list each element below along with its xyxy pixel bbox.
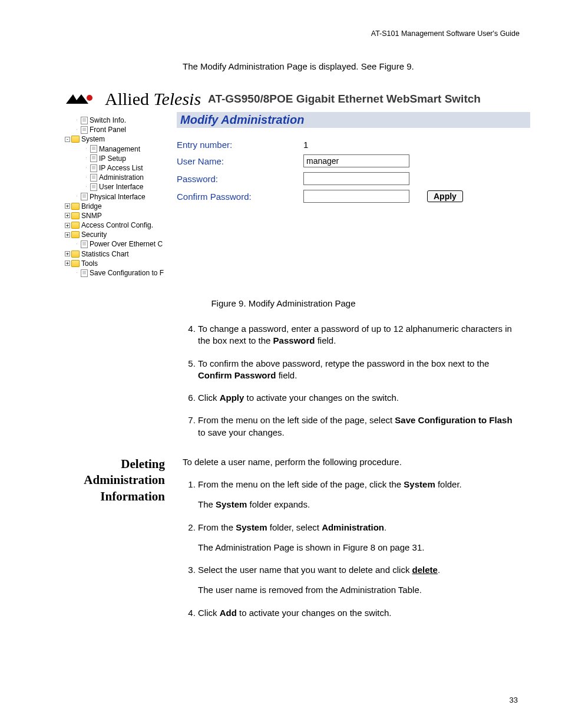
expand-icon[interactable]: + (65, 213, 70, 218)
apply-button[interactable]: Apply (427, 190, 463, 202)
tree-switch-info[interactable]: ·Switch Info. (65, 116, 171, 125)
tree-physical[interactable]: ·Physical Interface (65, 192, 171, 202)
folder-icon (71, 212, 80, 219)
username-input[interactable] (303, 154, 409, 167)
page-icon (81, 269, 88, 277)
del-step-4: Click Add to activate your changes on th… (198, 607, 520, 619)
allied-telesis-logo-icon (65, 93, 100, 105)
expand-icon[interactable]: + (65, 203, 70, 209)
svg-marker-0 (66, 94, 88, 104)
step-4: To change a password, enter a password o… (198, 323, 520, 347)
tree-administration[interactable]: ·Administration (65, 173, 171, 182)
tree-front-panel[interactable]: ·Front Panel (65, 125, 171, 134)
page-icon (90, 174, 97, 182)
steps-list-1: To change a password, enter a password o… (183, 323, 520, 439)
page-icon (81, 241, 88, 248)
password-input[interactable] (303, 172, 409, 185)
page-icon (90, 145, 97, 153)
tree-acl[interactable]: +Access Control Config. (65, 220, 171, 230)
page-icon (81, 126, 88, 134)
tree-management[interactable]: ·Management (65, 144, 171, 154)
confirm-password-input[interactable] (303, 190, 409, 203)
expand-icon[interactable]: + (65, 261, 70, 266)
figure-caption: Figure 9. Modify Administration Page (47, 298, 520, 308)
section-heading-deleting: Deleting Administration Information (47, 456, 183, 630)
tree-system[interactable]: -System (65, 134, 171, 144)
del-step-1: From the menu on the left side of the pa… (198, 479, 520, 511)
svg-point-1 (87, 95, 92, 101)
page-icon (81, 193, 88, 200)
entry-value: 1 (303, 140, 308, 150)
nav-tree: ·Switch Info. ·Front Panel -System ·Mana… (65, 112, 171, 278)
panel-title: Modify Administration (177, 112, 530, 128)
header-guide: AT-S101 Management Software User's Guide (47, 29, 520, 38)
tree-tools[interactable]: +Tools (65, 259, 171, 268)
page-icon (90, 164, 97, 172)
tree-bridge[interactable]: +Bridge (65, 202, 171, 211)
brand-name: Allied Telesis (105, 89, 201, 109)
step-6: Click Apply to activate your changes on … (198, 392, 520, 404)
expand-icon[interactable]: + (65, 223, 70, 228)
brand-logo-area: Allied Telesis (65, 89, 201, 109)
entry-label: Entry number: (177, 140, 303, 150)
tree-poe[interactable]: ·Power Over Ethernet C (65, 239, 171, 249)
expand-icon[interactable]: + (65, 232, 70, 238)
folder-icon (71, 203, 80, 210)
tree-snmp[interactable]: +SNMP (65, 211, 171, 220)
product-title: AT-GS950/8POE Gigabit Ethernet WebSmart … (208, 93, 481, 106)
password-label: Password: (177, 174, 303, 184)
confirm-password-label: Confirm Password: (177, 192, 303, 202)
page-icon (90, 154, 97, 162)
tree-save[interactable]: ·Save Configuration to F (65, 268, 171, 278)
figure-9: Allied Telesis AT-GS950/8POE Gigabit Eth… (65, 89, 530, 278)
tree-user-interface[interactable]: ·User Interface (65, 182, 171, 192)
tree-security[interactable]: +Security (65, 230, 171, 239)
expand-icon[interactable]: + (65, 251, 70, 256)
collapse-icon[interactable]: - (65, 137, 70, 142)
tree-ip-access[interactable]: ·IP Access List (65, 163, 171, 173)
step-5: To confirm the above password, retype th… (198, 358, 520, 382)
folder-open-icon (71, 136, 80, 143)
folder-icon (71, 251, 80, 258)
section2-intro: To delete a user name, perform the follo… (183, 456, 520, 468)
del-step-3: Select the user name that you want to de… (198, 564, 520, 597)
page-icon (81, 117, 88, 124)
steps-list-2: From the menu on the left side of the pa… (183, 479, 520, 619)
folder-icon (71, 222, 80, 229)
tree-ip-setup[interactable]: ·IP Setup (65, 154, 171, 163)
del-step-2: From the System folder, select Administr… (198, 522, 520, 554)
page-number: 33 (510, 696, 518, 704)
folder-icon (71, 231, 80, 238)
page-icon (90, 183, 97, 191)
tree-stats[interactable]: +Statistics Chart (65, 249, 171, 259)
step-7: From the menu on the left side of the pa… (198, 414, 520, 439)
username-label: User Name: (177, 156, 303, 166)
intro-text: The Modify Administration Page is displa… (183, 61, 520, 71)
folder-icon (71, 260, 80, 267)
